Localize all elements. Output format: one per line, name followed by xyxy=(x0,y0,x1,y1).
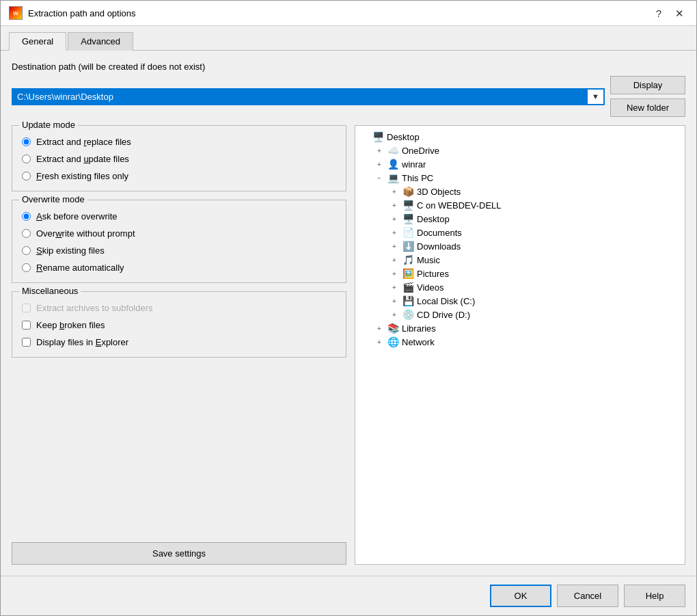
radio-skip-existing[interactable]: Skip existing files xyxy=(22,245,336,256)
tab-advanced[interactable]: Advanced xyxy=(68,32,133,51)
cancel-button[interactable]: Cancel xyxy=(557,585,618,607)
expand-icon-downloads: + xyxy=(390,243,399,250)
path-display: C:\Users\winrar\Desktop xyxy=(13,90,588,104)
save-settings-button[interactable]: Save settings xyxy=(12,542,346,565)
tree-item-pictures[interactable]: + 🖼️ Pictures xyxy=(359,267,681,280)
tree-label-desktop: Desktop xyxy=(387,132,420,142)
cdrive-icon: 🖥️ xyxy=(402,200,414,211)
ok-button[interactable]: OK xyxy=(490,585,551,607)
expand-icon-music: + xyxy=(390,256,399,264)
destination-label: Destination path (will be created if doe… xyxy=(12,62,685,72)
folder-tree[interactable]: 🖥️ Desktop + ☁️ OneDrive + 👤 winrar xyxy=(355,125,685,565)
miscellaneous-label: Miscellaneous xyxy=(19,286,81,296)
tree-item-network[interactable]: + 🌐 Network xyxy=(359,335,681,349)
path-dropdown-arrow[interactable]: ▼ xyxy=(588,90,603,103)
tab-general[interactable]: General xyxy=(9,32,66,51)
desktop2-icon: 🖥️ xyxy=(402,213,414,224)
expand-icon-local-disk: + xyxy=(390,297,399,305)
right-buttons: Display New folder xyxy=(610,76,685,117)
tree-item-this-pc[interactable]: − 💻 This PC xyxy=(359,171,681,185)
tree-item-desktop2[interactable]: + 🖥️ Desktop xyxy=(359,212,681,226)
path-input-container: C:\Users\winrar\Desktop ▼ xyxy=(12,88,605,105)
tree-item-music[interactable]: + 🎵 Music xyxy=(359,253,681,267)
tree-label-desktop2: Desktop xyxy=(417,214,450,224)
expand-icon-libraries: + xyxy=(374,325,384,332)
title-bar: W Extraction path and options ? ✕ xyxy=(1,1,696,26)
tree-item-downloads[interactable]: + ⬇️ Downloads xyxy=(359,239,681,253)
tree-item-local-disk[interactable]: + 💾 Local Disk (C:) xyxy=(359,294,681,308)
left-panel: Update mode Extract and replace files Ex… xyxy=(12,125,346,565)
expand-icon-this-pc: − xyxy=(374,174,384,182)
radio-extract-update[interactable]: Extract and update files xyxy=(22,154,336,164)
dialog-title: Extraction path and options xyxy=(28,8,646,18)
fresh-existing-label: Fresh existing files only xyxy=(36,171,128,181)
local-disk-icon: 💾 xyxy=(402,295,414,306)
dialog-footer: OK Cancel Help xyxy=(1,576,696,615)
skip-existing-label: Skip existing files xyxy=(36,245,105,256)
expand-icon-videos: + xyxy=(390,284,399,291)
tree-item-libraries[interactable]: + 📚 Libraries xyxy=(359,321,681,335)
help-button[interactable]: Help xyxy=(624,585,685,607)
tree-item-onedrive[interactable]: + ☁️ OneDrive xyxy=(359,144,681,157)
music-icon: 🎵 xyxy=(402,254,414,265)
expand-icon-onedrive: + xyxy=(374,147,384,155)
overwrite-mode-options: Ask before overwrite Overwrite without p… xyxy=(22,211,336,273)
tree-label-3d-objects: 3D Objects xyxy=(417,187,461,197)
destination-row: C:\Users\winrar\Desktop ▼ Display New fo… xyxy=(12,76,685,117)
rename-auto-label: Rename automatically xyxy=(36,263,124,273)
update-mode-options: Extract and replace files Extract and up… xyxy=(22,137,336,181)
tree-item-videos[interactable]: + 🎬 Videos xyxy=(359,280,681,294)
extract-update-label: Extract and update files xyxy=(36,154,129,164)
extract-replace-label: Extract and replace files xyxy=(36,137,131,147)
help-title-button[interactable]: ? xyxy=(652,7,666,20)
update-mode-label: Update mode xyxy=(19,120,78,130)
this-pc-icon: 💻 xyxy=(387,172,399,183)
check-extract-subfolders[interactable]: Extract archives to subfolders xyxy=(22,303,336,313)
expand-icon-desktop2: + xyxy=(390,215,399,223)
radio-rename-auto[interactable]: Rename automatically xyxy=(22,263,336,273)
misc-items: Extract archives to subfolders Keep brok… xyxy=(22,303,336,347)
tree-label-libraries: Libraries xyxy=(402,323,436,334)
new-folder-button[interactable]: New folder xyxy=(610,98,685,117)
tree-label-this-pc: This PC xyxy=(402,173,433,183)
onedrive-icon: ☁️ xyxy=(387,145,399,156)
expand-icon-3d: + xyxy=(390,188,399,196)
main-content: Destination path (will be created if doe… xyxy=(1,50,696,576)
tree-label-downloads: Downloads xyxy=(417,241,461,252)
tree-item-3d-objects[interactable]: + 📦 3D Objects xyxy=(359,185,681,198)
tree-label-music: Music xyxy=(417,255,440,265)
tree-item-documents[interactable]: + 📄 Documents xyxy=(359,226,681,239)
display-button[interactable]: Display xyxy=(610,76,685,94)
title-controls: ? ✕ xyxy=(652,7,688,20)
3d-objects-icon: 📦 xyxy=(402,186,414,197)
expand-icon-cdrive: + xyxy=(390,202,399,209)
destination-section: Destination path (will be created if doe… xyxy=(12,62,685,117)
expand-icon-winrar: + xyxy=(374,161,384,168)
pictures-icon: 🖼️ xyxy=(402,268,414,279)
tree-item-cd-drive[interactable]: + 💿 CD Drive (D:) xyxy=(359,308,681,321)
desktop-icon: 🖥️ xyxy=(372,131,384,142)
expand-icon-pictures: + xyxy=(390,270,399,278)
tree-item-winrar[interactable]: + 👤 winrar xyxy=(359,157,681,171)
miscellaneous-group: Miscellaneous Extract archives to subfol… xyxy=(12,291,346,358)
radio-overwrite-no-prompt[interactable]: Overwrite without prompt xyxy=(22,228,336,239)
overwrite-mode-label: Overwrite mode xyxy=(19,194,87,204)
tree-item-desktop[interactable]: 🖥️ Desktop xyxy=(359,130,681,144)
tree-label-videos: Videos xyxy=(417,282,444,293)
radio-ask-before[interactable]: Ask before overwrite xyxy=(22,211,336,222)
app-icon: W xyxy=(9,6,23,20)
main-row: Update mode Extract and replace files Ex… xyxy=(12,125,685,565)
check-display-explorer[interactable]: Display files in Explorer xyxy=(22,337,336,347)
tree-item-c-drive[interactable]: + 🖥️ C on WEBDEV-DELL xyxy=(359,198,681,212)
close-button[interactable]: ✕ xyxy=(671,7,688,20)
expand-icon-cd-drive: + xyxy=(390,311,399,319)
keep-broken-label: Keep broken files xyxy=(36,320,105,330)
tree-label-pictures: Pictures xyxy=(417,269,449,279)
tree-label-onedrive: OneDrive xyxy=(402,146,439,156)
cd-drive-icon: 💿 xyxy=(402,309,414,320)
check-keep-broken[interactable]: Keep broken files xyxy=(22,320,336,330)
radio-fresh-existing[interactable]: Fresh existing files only xyxy=(22,171,336,181)
network-icon: 🌐 xyxy=(387,336,399,347)
tree-label-local-disk: Local Disk (C:) xyxy=(417,296,475,306)
radio-extract-replace[interactable]: Extract and replace files xyxy=(22,137,336,147)
